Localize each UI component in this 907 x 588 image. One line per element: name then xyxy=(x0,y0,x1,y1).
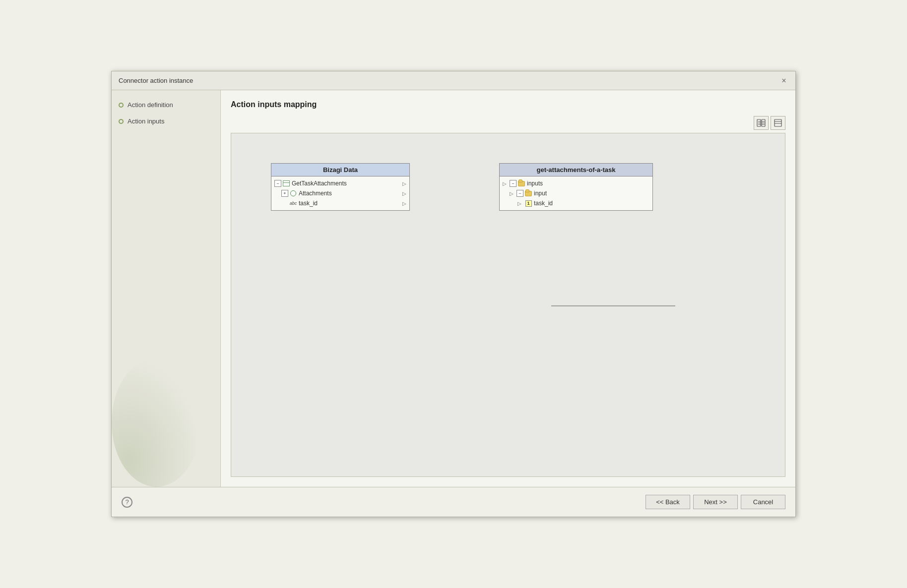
dialog-body: Action definition Action inputs Action i… xyxy=(112,90,795,487)
left-arrow-icon: ▷ xyxy=(518,201,521,206)
sidebar-item-label: Action definition xyxy=(128,101,173,109)
svg-rect-8 xyxy=(775,119,781,126)
expander-icon[interactable]: + xyxy=(281,190,288,197)
num-type-icon: 1 xyxy=(525,200,532,207)
mapping-area: Bizagi Data − GetTaskAttachments ▷ xyxy=(231,133,785,477)
table-icon xyxy=(282,180,290,187)
dialog-title: Connector action instance xyxy=(119,77,193,84)
right-arrow-icon: ▷ xyxy=(402,201,406,206)
sidebar-item-label: Action inputs xyxy=(128,118,164,125)
left-table-header: Bizagi Data xyxy=(271,164,409,176)
left-arrow-icon: ▷ xyxy=(503,181,507,186)
next-button[interactable]: Next >> xyxy=(693,495,738,509)
cancel-button[interactable]: Cancel xyxy=(741,495,785,509)
folder-type-icon xyxy=(525,191,532,196)
row-label: GetTaskAttachments xyxy=(292,180,347,187)
folder-icon xyxy=(518,180,525,187)
right-table-header: get-attachments-of-a-task xyxy=(500,164,652,176)
folder-type-icon xyxy=(518,181,525,186)
close-button[interactable]: × xyxy=(779,76,788,85)
table-row: ▷ − inputs xyxy=(500,178,652,188)
row-label: Attachments xyxy=(299,190,332,197)
row-label: input xyxy=(534,190,547,197)
main-content: Action inputs mapping xyxy=(221,90,795,487)
single-view-button[interactable] xyxy=(771,116,785,130)
left-table-body: − GetTaskAttachments ▷ + xyxy=(271,176,409,210)
abc-icon: abc xyxy=(289,200,297,207)
num-icon: 1 xyxy=(524,200,532,207)
dialog-footer: ? << Back Next >> Cancel xyxy=(112,487,795,517)
table-row: ▷ 1 task_id xyxy=(500,198,652,208)
section-title: Action inputs mapping xyxy=(231,100,785,109)
sidebar: Action definition Action inputs xyxy=(112,90,221,487)
folder-icon xyxy=(524,190,532,197)
bullet-icon xyxy=(119,103,124,108)
sidebar-item-action-definition[interactable]: Action definition xyxy=(117,100,215,110)
right-arrow-icon: ▷ xyxy=(402,191,406,196)
expander-icon[interactable]: − xyxy=(510,180,517,187)
expander-icon[interactable]: − xyxy=(517,190,523,197)
right-table-body: ▷ − inputs ▷ − xyxy=(500,176,652,210)
help-button[interactable]: ? xyxy=(122,497,132,508)
footer-buttons: << Back Next >> Cancel xyxy=(646,495,785,509)
dialog-titlebar: Connector action instance × xyxy=(112,71,795,90)
left-arrow-icon: ▷ xyxy=(510,191,514,196)
table-row: + Attachments ▷ xyxy=(271,188,409,198)
left-mapping-table: Bizagi Data − GetTaskAttachments ▷ xyxy=(271,163,410,211)
table-row: abc task_id ▷ xyxy=(271,198,409,208)
right-arrow-icon: ▷ xyxy=(402,181,406,186)
expander-icon[interactable]: − xyxy=(274,180,281,187)
bullet-icon xyxy=(119,119,124,124)
table-type-icon xyxy=(283,180,290,186)
back-button[interactable]: << Back xyxy=(646,495,690,509)
toolbar-row xyxy=(231,116,785,130)
person-icon xyxy=(289,190,297,197)
right-mapping-table: get-attachments-of-a-task ▷ − inputs xyxy=(499,163,653,211)
row-label: task_id xyxy=(534,200,553,207)
row-label: inputs xyxy=(527,180,543,187)
table-row: ▷ − input xyxy=(500,188,652,198)
row-label: task_id xyxy=(299,200,318,207)
mapping-canvas: Bizagi Data − GetTaskAttachments ▷ xyxy=(231,133,785,476)
mapping-view-button[interactable] xyxy=(754,116,769,130)
sidebar-item-action-inputs[interactable]: Action inputs xyxy=(117,117,215,126)
table-row: − GetTaskAttachments ▷ xyxy=(271,178,409,188)
sidebar-decoration xyxy=(112,358,201,487)
dialog-window: Connector action instance × Action defin… xyxy=(111,71,796,517)
